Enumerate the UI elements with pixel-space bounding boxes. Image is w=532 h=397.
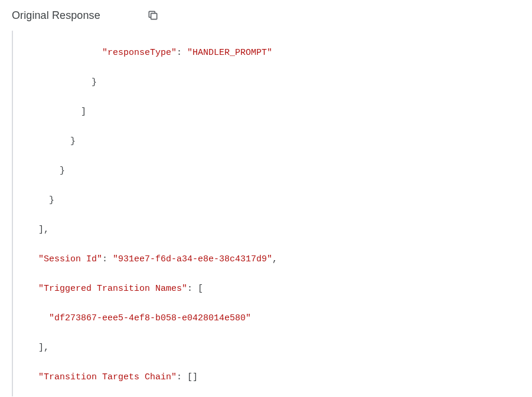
copy-button[interactable] xyxy=(143,6,162,25)
panel-title: Original Response xyxy=(12,9,100,22)
code-line: } xyxy=(28,163,532,178)
code-line: ], xyxy=(28,340,532,355)
code-line: "responseType": "HANDLER_PROMPT" xyxy=(28,45,532,60)
json-code-block[interactable]: "responseType": "HANDLER_PROMPT" } ] } }… xyxy=(12,31,532,396)
code-line: "Transition Targets Chain": [] xyxy=(28,370,532,385)
code-line: "Triggered Transition Names": [ xyxy=(28,281,532,296)
code-line: } xyxy=(28,193,532,208)
code-line: ] xyxy=(28,104,532,119)
code-line: "Session Id": "931ee7-f6d-a34-e8e-38c431… xyxy=(28,252,532,267)
panel-header: Original Response xyxy=(0,0,174,31)
code-line: "df273867-eee5-4ef8-b058-e0428014e580" xyxy=(28,311,532,326)
code-line: } xyxy=(28,134,532,149)
code-line: ], xyxy=(28,222,532,237)
svg-rect-0 xyxy=(151,14,157,19)
copy-icon xyxy=(147,9,159,21)
code-line: } xyxy=(28,75,532,90)
